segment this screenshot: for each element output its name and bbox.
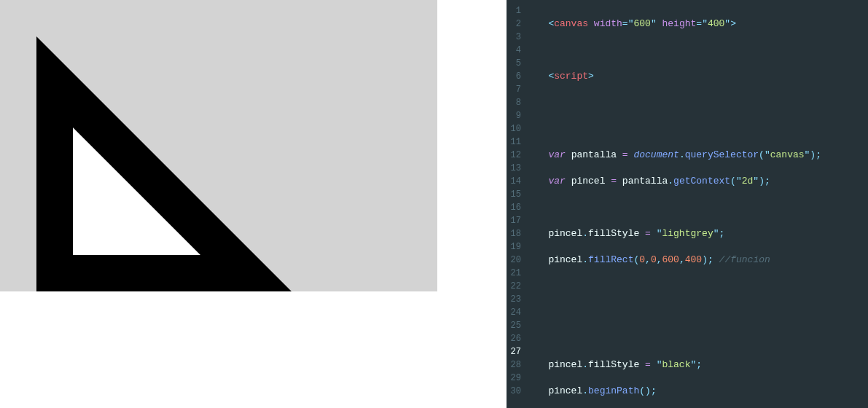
line-number: 14	[509, 175, 521, 188]
line-number: 23	[509, 293, 521, 306]
line-number: 7	[509, 83, 521, 96]
line-number: 8	[509, 96, 521, 109]
line-number: 29	[509, 372, 521, 385]
line-number: 28	[509, 358, 521, 372]
code-editor[interactable]: 1234567891011121314151617181920212223242…	[507, 0, 868, 408]
line-number: 22	[509, 280, 521, 293]
line-number: 20	[509, 254, 521, 267]
code-line: pincel.fillStyle = "black";	[531, 358, 868, 372]
code-line	[531, 306, 868, 319]
line-number: 21	[509, 267, 521, 280]
code-line: <canvas width="600" height="400">	[531, 17, 868, 31]
line-number: 30	[509, 385, 521, 398]
code-line: pincel.fillRect(0,0,600,400); //funcion	[531, 254, 868, 267]
line-number: 16	[509, 201, 521, 214]
canvas-svg	[0, 0, 437, 291]
line-number: 17	[509, 214, 521, 227]
canvas-output	[0, 0, 437, 291]
preview-pane	[0, 0, 507, 408]
line-number: 12	[509, 149, 521, 162]
code-line	[531, 201, 868, 214]
code-line: pincel.fillStyle = "lightgrey";	[531, 227, 868, 240]
code-line	[531, 122, 868, 136]
line-number: 18	[509, 227, 521, 240]
line-number: 4	[509, 44, 521, 57]
line-number: 13	[509, 162, 521, 175]
line-number: 3	[509, 31, 521, 44]
code-line: var pantalla = document.querySelector("c…	[531, 149, 868, 162]
code-line	[531, 280, 868, 293]
line-number: 1	[509, 4, 521, 17]
line-number: 24	[509, 306, 521, 319]
line-number: 19	[509, 240, 521, 254]
line-number: 25	[509, 319, 521, 332]
line-gutter: 1234567891011121314151617181920212223242…	[507, 0, 527, 408]
code-line: var pincel = pantalla.getContext("2d");	[531, 175, 868, 188]
code-line	[531, 332, 868, 345]
code-line: <script>	[531, 70, 868, 83]
line-number: 27	[509, 345, 521, 358]
code-area[interactable]: <canvas width="600" height="400"> <scrip…	[527, 0, 868, 408]
line-number: 10	[509, 122, 521, 136]
code-line	[531, 96, 868, 109]
line-number: 2	[509, 17, 521, 31]
code-line	[531, 44, 868, 57]
line-number: 15	[509, 188, 521, 201]
code-line: pincel.beginPath();	[531, 385, 868, 398]
line-number: 9	[509, 109, 521, 122]
line-number: 26	[509, 332, 521, 345]
line-number: 11	[509, 136, 521, 149]
line-number: 5	[509, 57, 521, 70]
line-number: 6	[509, 70, 521, 83]
